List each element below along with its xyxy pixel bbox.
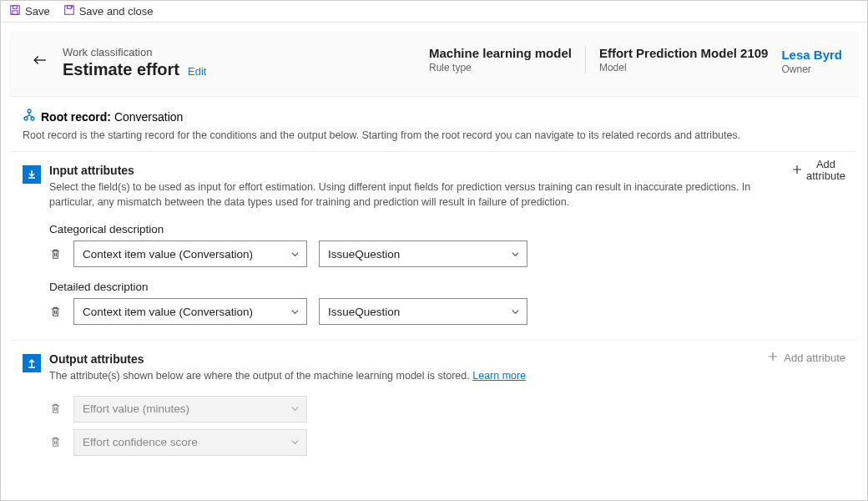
output-attribute-row: Effort confidence score — [49, 429, 845, 456]
dropdown-value: Effort value (minutes) — [83, 402, 189, 415]
dropdown-value: IssueQuestion — [328, 248, 400, 261]
value-dropdown[interactable]: IssueQuestion — [319, 240, 527, 267]
root-record-label: Root record: — [41, 110, 111, 124]
meta-value: Machine learning model — [429, 46, 572, 60]
add-label-2: attribute — [806, 170, 845, 182]
svg-rect-1 — [13, 6, 17, 9]
plus-icon — [791, 164, 803, 178]
root-record-description: Root record is the starting record for t… — [23, 129, 845, 141]
input-section-title: Input attributes — [49, 164, 845, 177]
input-attribute-row: Categorical description Context item val… — [49, 223, 845, 267]
owner-label: Owner — [781, 63, 842, 75]
input-attributes-section: Add attribute Input attributes Select th… — [11, 152, 857, 341]
save-close-label: Save and close — [79, 5, 154, 18]
attribute-label: Categorical description — [49, 223, 845, 235]
svg-point-5 — [28, 109, 31, 113]
output-section-description: The attribute(s) shown below are where t… — [49, 369, 784, 384]
save-icon — [9, 4, 21, 18]
svg-point-6 — [24, 117, 28, 120]
top-toolbar: Save Save and close — [1, 1, 867, 23]
plus-icon — [767, 351, 779, 365]
output-attributes-section: Add attribute Output attributes The attr… — [11, 341, 857, 471]
meta-label: Rule type — [429, 62, 572, 73]
output-desc-text: The attribute(s) shown below are where t… — [49, 370, 472, 382]
meta-rule-type: Machine learning model Rule type — [429, 46, 585, 73]
value-dropdown[interactable]: IssueQuestion — [319, 298, 527, 325]
hierarchy-icon — [23, 109, 36, 124]
svg-rect-2 — [13, 11, 18, 14]
upload-icon — [23, 354, 41, 372]
chevron-down-icon — [511, 307, 520, 316]
chevron-down-icon — [290, 404, 300, 413]
output-attribute-row: Effort value (minutes) — [49, 396, 845, 423]
owner-name[interactable]: Lesa Byrd — [781, 48, 842, 62]
meta-value: Effort Prediction Model 2109 — [599, 46, 769, 60]
delete-button — [49, 436, 62, 448]
root-record-value: Conversation — [114, 110, 184, 124]
attribute-label: Detailed description — [49, 281, 845, 293]
delete-button[interactable] — [49, 248, 62, 261]
save-label: Save — [25, 5, 50, 18]
breadcrumb: Work classification — [63, 46, 412, 58]
back-button[interactable] — [33, 53, 48, 71]
header-owner: Lesa Byrd Owner — [781, 46, 842, 75]
chevron-down-icon — [290, 438, 300, 447]
page-title: Estimate effort — [63, 60, 179, 79]
input-attribute-row: Detailed description Context item value … — [49, 281, 845, 325]
add-label-1: Add — [816, 159, 835, 170]
learn-more-link[interactable]: Learn more — [472, 370, 526, 382]
output-field-dropdown: Effort confidence score — [73, 429, 307, 456]
root-record-title: Root record: Conversation — [23, 109, 845, 124]
chevron-down-icon — [511, 250, 520, 259]
delete-button — [49, 402, 62, 415]
field-dropdown[interactable]: Context item value (Conversation) — [73, 298, 307, 325]
output-section-title: Output attributes — [49, 352, 845, 366]
dropdown-value: Effort confidence score — [83, 436, 198, 448]
dropdown-value: Context item value (Conversation) — [83, 248, 253, 261]
delete-button[interactable] — [49, 306, 62, 318]
add-attribute-button[interactable]: Add attribute — [806, 159, 845, 183]
dropdown-value: Context item value (Conversation) — [83, 306, 253, 318]
meta-label: Model — [599, 62, 769, 73]
chevron-down-icon — [290, 250, 300, 259]
field-dropdown[interactable]: Context item value (Conversation) — [73, 240, 307, 267]
save-button[interactable]: Save — [9, 4, 50, 18]
header-meta: Machine learning model Rule type Effort … — [429, 46, 781, 73]
header-title-block: Work classification Estimate effort Edit — [63, 46, 412, 79]
add-label: Add attribute — [784, 352, 845, 364]
download-icon — [23, 165, 41, 184]
root-record-section: Root record: Conversation Root record is… — [11, 97, 857, 152]
meta-model: Effort Prediction Model 2109 Model — [585, 46, 782, 73]
svg-point-7 — [31, 117, 34, 120]
add-output-attribute-button: Add attribute — [767, 351, 845, 365]
svg-rect-0 — [11, 6, 20, 15]
chevron-down-icon — [290, 307, 300, 316]
dropdown-value: IssueQuestion — [328, 306, 400, 318]
page-header: Work classification Estimate effort Edit… — [9, 31, 859, 97]
save-close-icon — [63, 4, 75, 18]
edit-link[interactable]: Edit — [188, 65, 206, 78]
output-field-dropdown: Effort value (minutes) — [73, 396, 307, 423]
input-section-description: Select the field(s) to be used as input … — [49, 180, 784, 210]
save-and-close-button[interactable]: Save and close — [63, 4, 154, 18]
